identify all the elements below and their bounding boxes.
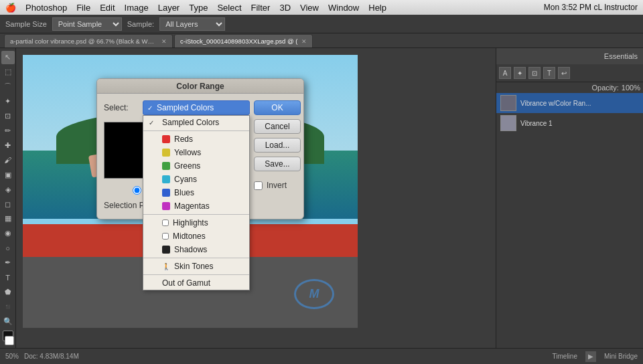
dropdown-item-midtones[interactable]: Midtones [143, 230, 249, 243]
tool-crop[interactable]: ⊡ [1, 110, 15, 123]
tool-eyedropper[interactable]: ✏ [1, 124, 15, 138]
tab-0-close[interactable]: ✕ [161, 38, 167, 45]
cyans-color-dot [162, 175, 170, 183]
dropdown-item-highlights[interactable]: Highlights [143, 216, 249, 230]
layer-item-vibrance1[interactable]: Vibrance 1 [496, 113, 643, 133]
panel-tool-2[interactable]: ✦ [514, 67, 526, 79]
dropdown-item-blues[interactable]: Blues [143, 186, 249, 199]
tool-magic-wand[interactable]: ✦ [1, 95, 15, 108]
tool-select[interactable]: ⬚ [1, 66, 15, 79]
zoom-level: 50% [5, 353, 19, 360]
panel-tool-3[interactable]: ⊡ [528, 67, 541, 79]
timeline-label: Timeline [553, 353, 577, 360]
panel-tool-5[interactable]: ↩ [558, 67, 570, 79]
checkmark-icon: ✓ [147, 104, 153, 112]
tool-eraser[interactable]: ◻ [1, 197, 15, 211]
menu-select[interactable]: Select [217, 3, 241, 13]
dropdown-item-shadows[interactable]: Shadows [143, 243, 249, 256]
dropdown-item-skin-tones[interactable]: 🚶 Skin Tones [143, 260, 249, 273]
tool-gradient[interactable]: ▦ [1, 212, 15, 225]
select-wrapper: ✓ Sampled Colors ✓ Sampled Colors [143, 100, 250, 115]
layer-thumb-vibrance1 [500, 115, 516, 131]
invert-checkbox[interactable] [254, 181, 263, 190]
dropdown-item-cyans[interactable]: Cyans [143, 173, 249, 186]
panel-tool-1[interactable]: A [499, 67, 511, 79]
layer-thumb-vibrance [500, 95, 516, 111]
dropdown-item-sampled[interactable]: ✓ Sampled Colors [143, 116, 249, 129]
color-range-dialog: Color Range Select: ✓ Sampled Colors [96, 78, 304, 219]
tool-blur[interactable]: ◉ [1, 227, 15, 240]
layer-item-vibrance[interactable]: Vibrance w/Color Ran... [496, 93, 643, 113]
menu-layer[interactable]: Layer [158, 3, 180, 13]
dropdown-item-out-of-gamut[interactable]: Out of Gamut [143, 276, 249, 290]
tab-1[interactable]: c-iStock_000014089803XXLarge.psd @ ( ✕ [174, 34, 313, 48]
quantity-value: 100% [622, 84, 640, 92]
tool-clone[interactable]: ▣ [1, 168, 15, 181]
dropdown-item-magentas[interactable]: Magentas [143, 199, 249, 213]
tool-path[interactable]: ⬟ [1, 286, 15, 299]
shadows-color-dot [162, 246, 170, 254]
tool-type[interactable]: T [1, 271, 15, 284]
tool-move[interactable]: ↖ [1, 51, 15, 64]
toolbar: ↖ ⬚ ⌒ ✦ ⊡ ✏ ✚ 🖌 ▣ ◈ ◻ ▦ ◉ ○ ✒ T ⬟ ◾ 🔍 [0, 48, 16, 348]
select-dropdown[interactable]: ✓ Sampled Colors [143, 100, 250, 115]
panel-tool-4[interactable]: T [543, 67, 555, 79]
menu-image[interactable]: Image [125, 3, 149, 13]
reds-color-dot [162, 135, 170, 143]
tool-history[interactable]: ◈ [1, 183, 15, 196]
layer-vibrance1-label: Vibrance 1 [520, 120, 553, 127]
cancel-button[interactable]: Cancel [254, 119, 301, 134]
menu-window[interactable]: Window [328, 3, 359, 13]
tool-brush[interactable]: 🖌 [1, 153, 15, 167]
dropdown-separator-2 [143, 214, 249, 215]
menu-file[interactable]: File [76, 3, 90, 13]
invert-label: Invert [267, 181, 287, 190]
select-dropdown-menu: ✓ Sampled Colors Reds [143, 115, 250, 290]
cr-buttons-column: OK Cancel Load... Save... Invert [254, 100, 301, 190]
ok-button[interactable]: OK [254, 100, 301, 115]
tool-pen[interactable]: ✒ [1, 256, 15, 270]
apple-menu[interactable]: 🍎 [5, 3, 16, 13]
menu-3d[interactable]: 3D [279, 3, 291, 13]
save-button[interactable]: Save... [254, 157, 301, 171]
panel-tools-row: A ✦ ⊡ T ↩ [496, 64, 643, 82]
tool-heal[interactable]: ✚ [1, 139, 15, 152]
tool-shape[interactable]: ◾ [1, 300, 15, 313]
layers-panel: Vibrance w/Color Ran... Vibrance 1 [496, 93, 643, 348]
dropdown-separator-3 [143, 258, 249, 258]
menu-photoshop[interactable]: Photoshop [25, 3, 67, 13]
load-button[interactable]: Load... [254, 138, 301, 153]
tool-dodge[interactable]: ○ [1, 242, 15, 255]
sample-select[interactable]: All Layers Current Layer [159, 17, 225, 31]
greens-color-dot [162, 162, 170, 170]
timeline-play[interactable]: ▶ [585, 351, 596, 362]
menu-filter[interactable]: Filter [251, 3, 271, 13]
yellows-color-dot [162, 149, 170, 157]
dropdown-separator-4 [143, 274, 249, 275]
tool-lasso[interactable]: ⌒ [1, 80, 15, 94]
dropdown-item-greens[interactable]: Greens [143, 159, 249, 173]
menu-view[interactable]: View [300, 3, 319, 13]
sample-size-label: Sample Size [5, 20, 47, 28]
clock-display: Mon 3:52 PM cL Instructor [544, 3, 638, 12]
highlights-checkbox[interactable] [162, 219, 169, 226]
selection-radio[interactable] [133, 186, 141, 195]
tool-zoom[interactable]: 🔍 [1, 314, 15, 328]
menu-help[interactable]: Help [368, 3, 386, 13]
canvas-area: M Color Range Select: [16, 48, 496, 348]
background-color[interactable] [5, 336, 14, 345]
essentials-label: Essentials [604, 52, 638, 60]
dropdown-item-reds[interactable]: Reds [143, 132, 249, 146]
dropdown-separator-1 [143, 130, 249, 131]
quantity-label: Opacity: [592, 84, 619, 92]
status-right: Timeline ▶ Mini Bridge [553, 351, 638, 362]
menu-bar: 🍎 Photoshop File Edit Image Layer Type S… [0, 0, 643, 15]
tab-1-close[interactable]: ✕ [301, 38, 307, 45]
midtones-checkbox[interactable] [162, 233, 169, 240]
menu-type[interactable]: Type [189, 3, 208, 13]
tab-0[interactable]: a-partial color vibrance.psd @ 66.7% (Bl… [4, 34, 173, 48]
menu-edit[interactable]: Edit [100, 3, 115, 13]
menu-bar-right: Mon 3:52 PM cL Instructor [544, 3, 638, 12]
sample-size-select[interactable]: Point Sample 3 by 3 Average [52, 17, 122, 31]
dropdown-item-yellows[interactable]: Yellows [143, 146, 249, 159]
